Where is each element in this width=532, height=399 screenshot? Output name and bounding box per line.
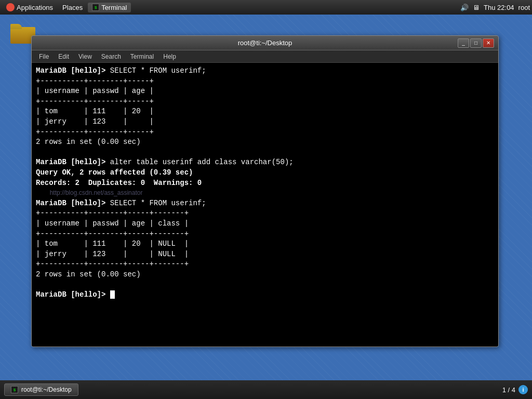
page-text: 1 / 4 (502, 386, 515, 394)
volume-icon[interactable]: 🔊 (460, 4, 469, 11)
menu-help[interactable]: Help (159, 52, 180, 61)
terminal-body[interactable]: MariaDB [hello]> SELECT * FROM userinf; … (32, 63, 498, 347)
menu-file[interactable]: File (35, 52, 53, 61)
maximize-button[interactable]: □ (470, 38, 482, 48)
menu-edit[interactable]: Edit (54, 52, 73, 61)
taskbar-window-button[interactable]: $ root@ti:~/Desktop (4, 383, 78, 396)
close-button[interactable]: ✕ (483, 38, 494, 48)
places-menu[interactable]: Places (58, 3, 87, 12)
menu-terminal[interactable]: Terminal (126, 52, 158, 61)
menu-view[interactable]: View (74, 52, 96, 61)
terminal-menubar: File Edit View Search Terminal Help (32, 50, 498, 63)
terminal-icon: $ (92, 4, 99, 11)
window-controls: _ □ ✕ (458, 38, 494, 48)
system-tray: 🔊 🖥 Thu 22:04 root (460, 4, 530, 11)
app-menu: Applications Places $ Terminal (2, 2, 131, 12)
menu-search[interactable]: Search (97, 52, 125, 61)
taskbar-window-label: root@ti:~/Desktop (21, 386, 72, 393)
terminal-window: root@ti:~/Desktop _ □ ✕ File Edit View S… (31, 35, 499, 347)
datetime: Thu 22:04 (484, 4, 514, 11)
info-icon[interactable]: i (518, 385, 528, 394)
terminal-output: MariaDB [hello]> SELECT * FROM userinf; … (36, 66, 494, 300)
page-indicator: 1 / 4 i (502, 385, 528, 394)
taskbar-top: Applications Places $ Terminal 🔊 🖥 Thu 2… (0, 0, 532, 15)
minimize-button[interactable]: _ (458, 38, 469, 48)
terminal-titlebar: root@ti:~/Desktop _ □ ✕ (32, 36, 498, 50)
user-label: root (518, 4, 530, 11)
taskbar-terminal-icon: $ (11, 386, 18, 393)
terminal-cursor (110, 290, 115, 299)
terminal-menu-item[interactable]: $ Terminal (88, 3, 131, 12)
taskbar-bottom: $ root@ti:~/Desktop 1 / 4 i (0, 380, 532, 399)
applications-menu[interactable]: Applications (2, 2, 57, 12)
app-icon (6, 3, 15, 11)
display-icon[interactable]: 🖥 (473, 4, 480, 11)
terminal-title: root@ti:~/Desktop (72, 39, 458, 47)
